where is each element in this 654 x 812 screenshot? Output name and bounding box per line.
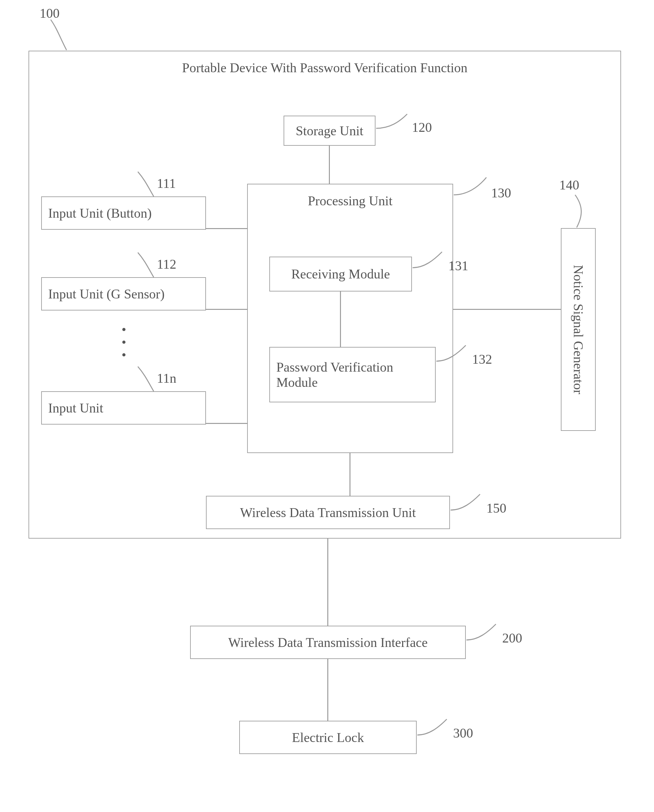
electric-lock-label: Electric Lock: [292, 730, 364, 745]
input-n-box: Input Unit: [41, 391, 206, 424]
password-verify-label: Password Verification Module: [276, 360, 403, 390]
processing-unit-box: Processing Unit: [247, 184, 453, 453]
ref-111: 111: [157, 176, 176, 191]
conn-storage-processing: [329, 146, 330, 184]
receiving-module-label: Receiving Module: [291, 266, 390, 282]
electric-lock-box: Electric Lock: [239, 721, 417, 754]
conn-wireless-if-lock: [327, 659, 328, 721]
lead-131: [412, 250, 447, 274]
conn-processing-notice: [453, 309, 561, 310]
lead-130: [453, 176, 491, 201]
conn-input-gsensor: [206, 309, 247, 310]
wireless-if-box: Wireless Data Transmission Interface: [190, 626, 466, 659]
ref-140: 140: [559, 177, 579, 192]
lead-200: [466, 623, 501, 646]
ellipsis-dot: [122, 340, 125, 344]
ellipsis-dot: [122, 328, 125, 331]
conn-processing-wireless: [350, 453, 350, 496]
lead-140: [573, 193, 608, 230]
lead-150: [450, 493, 485, 516]
lead-300: [417, 717, 452, 741]
conn-input-button: [206, 228, 247, 229]
conn-receiving-verify: [340, 292, 341, 347]
wireless-unit-box: Wireless Data Transmission Unit: [206, 496, 450, 529]
wireless-unit-label: Wireless Data Transmission Unit: [240, 505, 416, 520]
lead-100: [49, 19, 87, 54]
ref-120: 120: [412, 120, 432, 135]
processing-unit-label: Processing Unit: [308, 193, 392, 209]
diagram-canvas: Portable Device With Password Verificati…: [0, 0, 654, 812]
ref-11n: 11n: [157, 371, 176, 386]
wireless-if-label: Wireless Data Transmission Interface: [228, 635, 428, 650]
ref-131: 131: [448, 258, 468, 273]
ref-132: 132: [472, 352, 492, 367]
ref-130: 130: [491, 185, 511, 200]
receiving-module-box: Receiving Module: [269, 256, 412, 292]
ref-300: 300: [453, 725, 473, 741]
device-title: Portable Device With Password Verificati…: [182, 60, 468, 75]
conn-wireless-unit-if: [327, 539, 328, 626]
ref-200: 200: [502, 630, 522, 646]
input-gsensor-box: Input Unit (G Sensor): [41, 277, 206, 310]
input-button-box: Input Unit (Button): [41, 197, 206, 230]
input-n-label: Input Unit: [48, 400, 103, 416]
conn-input-n: [206, 423, 247, 424]
notice-generator-box: Notice Signal Generator: [561, 228, 596, 431]
input-button-label: Input Unit (Button): [48, 206, 152, 221]
storage-unit-box: Storage Unit: [284, 116, 376, 146]
input-gsensor-label: Input Unit (G Sensor): [48, 286, 165, 302]
ref-100: 100: [40, 6, 60, 21]
password-verify-box: Password Verification Module: [269, 347, 435, 402]
lead-120: [376, 113, 414, 135]
ref-150: 150: [486, 501, 506, 516]
ellipsis-dot: [122, 353, 125, 356]
storage-unit-label: Storage Unit: [296, 123, 363, 139]
notice-generator-label: Notice Signal Generator: [561, 229, 595, 430]
lead-132: [435, 344, 471, 368]
ref-112: 112: [157, 256, 176, 272]
